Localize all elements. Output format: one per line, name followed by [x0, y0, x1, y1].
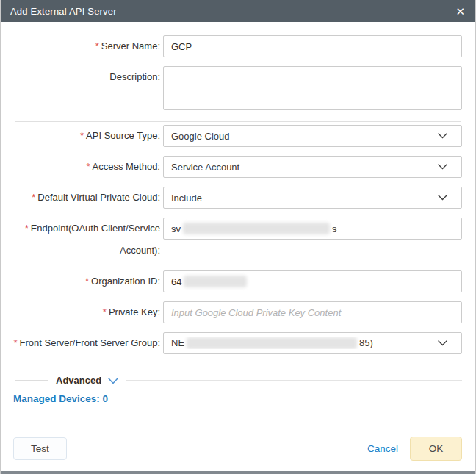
divider-line — [15, 380, 48, 381]
access-method-label: *Access Method: — [10, 156, 160, 178]
ok-button[interactable]: OK — [410, 437, 462, 461]
required-asterisk: * — [86, 161, 90, 172]
field-row-front-server: *Front Server/Front Server Group: NE85) — [10, 332, 462, 354]
chevron-down-icon — [438, 164, 447, 170]
endpoint-label: *Endpoint(OAuth Client/Service Account): — [10, 218, 160, 262]
chevron-down-icon — [438, 340, 447, 346]
required-asterisk: * — [25, 223, 29, 234]
field-row-description: Description: — [10, 66, 462, 112]
required-asterisk: * — [95, 40, 99, 51]
field-row-organization-id: *Organization ID: 64 — [10, 270, 462, 292]
redacted-text — [187, 337, 357, 349]
dialog-bottom-edge — [1, 471, 475, 474]
field-row-api-source-type: *API Source Type: Google Cloud — [10, 125, 462, 147]
required-asterisk: * — [80, 130, 84, 141]
endpoint-input[interactable]: svs — [163, 218, 462, 240]
test-button[interactable]: Test — [13, 437, 67, 460]
field-row-endpoint: *Endpoint(OAuth Client/Service Account):… — [10, 218, 462, 262]
managed-devices-link[interactable]: Managed Devices: 0 — [13, 392, 462, 406]
description-textarea[interactable] — [163, 66, 462, 110]
required-asterisk: * — [13, 337, 17, 348]
advanced-label[interactable]: Advanced — [56, 375, 101, 386]
managed-devices-count: 0 — [103, 393, 109, 404]
dialog-footer: Test Cancel OK — [10, 437, 462, 461]
access-method-select[interactable]: Service Account — [163, 156, 462, 178]
server-name-label: *Server Name: — [10, 35, 160, 57]
divider-line — [126, 380, 462, 381]
dialog-titlebar: Add External API Server ✕ — [1, 0, 475, 22]
required-asterisk: * — [85, 276, 89, 287]
field-row-default-vpc: *Default Virtual Private Cloud: Include — [10, 187, 462, 209]
chevron-down-icon — [438, 133, 447, 139]
required-asterisk: * — [32, 192, 35, 203]
section-divider — [15, 121, 461, 122]
server-name-input[interactable] — [163, 35, 462, 57]
organization-id-label: *Organization ID: — [10, 270, 160, 292]
default-vpc-label: *Default Virtual Private Cloud: — [10, 187, 160, 209]
chevron-down-icon — [108, 378, 118, 384]
field-row-private-key: *Private Key: — [10, 301, 462, 323]
api-source-type-label: *API Source Type: — [10, 125, 160, 147]
field-row-access-method: *Access Method: Service Account — [10, 156, 462, 178]
redacted-text — [183, 223, 330, 234]
default-vpc-select[interactable]: Include — [163, 187, 462, 209]
redacted-text — [184, 276, 247, 287]
cancel-button[interactable]: Cancel — [367, 443, 398, 454]
close-icon[interactable]: ✕ — [455, 6, 465, 17]
front-server-label: *Front Server/Front Server Group: — [10, 332, 160, 354]
private-key-input[interactable] — [163, 301, 462, 323]
required-asterisk: * — [103, 306, 107, 317]
description-label: Description: — [10, 66, 160, 88]
chevron-down-icon — [438, 195, 447, 201]
organization-id-input[interactable]: 64 — [163, 270, 462, 292]
front-server-select[interactable]: NE85) — [163, 332, 462, 354]
dialog-title: Add External API Server — [10, 6, 455, 17]
field-row-server-name: *Server Name: — [10, 35, 462, 57]
advanced-section-toggle[interactable]: Advanced — [15, 373, 462, 387]
private-key-label: *Private Key: — [10, 301, 160, 323]
api-source-type-select[interactable]: Google Cloud — [163, 125, 462, 147]
dialog-body: *Server Name: Description: *API Source T… — [1, 22, 475, 461]
add-external-api-server-dialog: Add External API Server ✕ *Server Name: … — [0, 0, 476, 474]
